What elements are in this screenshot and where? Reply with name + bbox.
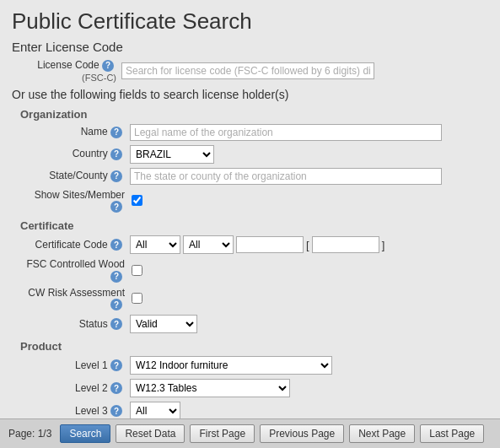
status-label: Status — [79, 318, 108, 330]
cw-label: FSC Controlled Wood — [27, 258, 126, 270]
help-icon-level2[interactable]: ? — [110, 382, 122, 394]
help-icon-license[interactable]: ? — [102, 60, 114, 72]
help-icon-state[interactable]: ? — [110, 170, 122, 182]
help-icon-cw[interactable]: ? — [110, 271, 122, 283]
level3-label: Level 3 — [75, 405, 108, 417]
cert-code-select1[interactable]: All — [130, 235, 180, 254]
cert-code-label: Certificate Code — [35, 239, 108, 251]
name-input[interactable] — [130, 124, 442, 141]
search-button[interactable]: Search — [60, 424, 110, 443]
cw-risk-checkbox[interactable] — [132, 293, 142, 304]
help-icon-name[interactable]: ? — [110, 127, 122, 138]
help-icon-show-sites[interactable]: ? — [110, 201, 122, 213]
next-page-button[interactable]: Next Page — [349, 424, 415, 443]
cw-risk-label: CW Risk Assessment — [28, 287, 125, 299]
license-code-input[interactable] — [121, 62, 374, 79]
state-input[interactable] — [130, 168, 442, 185]
help-icon-cw-risk[interactable]: ? — [110, 299, 122, 310]
name-label: Name — [81, 126, 108, 138]
footer-bar: Page: 1/3 Search Reset Data First Page P… — [0, 418, 500, 448]
level1-label: Level 1 — [75, 359, 108, 371]
org-section-title: Organization — [20, 108, 488, 121]
help-icon-level3[interactable]: ? — [110, 405, 122, 417]
prev-page-button[interactable]: Previous Page — [260, 424, 344, 443]
country-select[interactable]: BRAZIL — [130, 145, 214, 164]
level1-select[interactable]: W12 Indoor furniture — [130, 356, 332, 375]
help-icon-level1[interactable]: ? — [110, 359, 122, 371]
license-tag: (FSC-C) — [82, 73, 116, 83]
cw-checkbox[interactable] — [132, 265, 142, 276]
page-info: Page: 1/3 — [8, 428, 51, 440]
status-select[interactable]: Valid All Invalid — [130, 315, 197, 333]
first-page-button[interactable]: First Page — [190, 424, 255, 443]
level2-label: Level 2 — [75, 382, 108, 394]
cert-code-input2[interactable] — [312, 236, 379, 253]
state-label: State/County — [49, 170, 107, 181]
help-icon-country[interactable]: ? — [110, 148, 122, 160]
cert-code-select2[interactable]: All — [183, 235, 234, 254]
level2-select[interactable]: W12.3 Tables — [130, 379, 290, 397]
show-sites-label: Show Sites/Member — [35, 189, 125, 201]
cert-code-input1[interactable] — [236, 236, 304, 253]
show-sites-checkbox[interactable] — [132, 195, 142, 206]
cert-code-group: All All [ ] — [130, 235, 384, 254]
last-page-button[interactable]: Last Page — [420, 424, 484, 443]
help-icon-status[interactable]: ? — [110, 318, 122, 330]
reset-button[interactable]: Reset Data — [116, 424, 185, 443]
level3-select[interactable]: All — [130, 402, 180, 420]
cert-section-title: Certificate — [20, 219, 488, 232]
enter-license-title: Enter License Code — [12, 40, 488, 54]
product-section-title: Product — [20, 340, 488, 353]
page-title: Public Certificate Search — [12, 8, 488, 35]
or-label: Or use the following fields to search li… — [12, 88, 488, 101]
country-label: Country — [73, 148, 108, 159]
help-icon-cert-code[interactable]: ? — [110, 239, 122, 251]
license-code-label: License Code — [37, 59, 99, 71]
